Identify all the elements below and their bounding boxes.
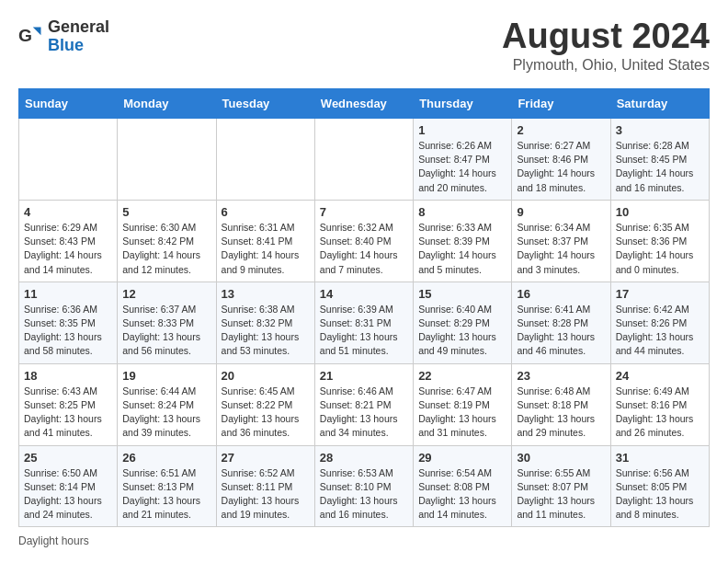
day-info: Sunrise: 6:40 AM Sunset: 8:29 PM Dayligh… [418, 303, 506, 359]
calendar-cell: 12Sunrise: 6:37 AM Sunset: 8:33 PM Dayli… [118, 282, 216, 363]
calendar-cell: 22Sunrise: 6:47 AM Sunset: 8:19 PM Dayli… [414, 363, 512, 445]
calendar-cell: 15Sunrise: 6:40 AM Sunset: 8:29 PM Dayli… [414, 282, 512, 363]
day-info: Sunrise: 6:48 AM Sunset: 8:18 PM Dayligh… [517, 385, 605, 441]
calendar-cell: 29Sunrise: 6:54 AM Sunset: 8:08 PM Dayli… [414, 445, 512, 527]
calendar-cell: 28Sunrise: 6:53 AM Sunset: 8:10 PM Dayli… [314, 445, 413, 527]
day-number: 13 [222, 287, 310, 301]
week-row-1: 1Sunrise: 6:26 AM Sunset: 8:47 PM Daylig… [19, 119, 710, 201]
day-number: 29 [418, 451, 506, 465]
calendar-cell: 3Sunrise: 6:28 AM Sunset: 8:45 PM Daylig… [610, 119, 709, 201]
day-number: 8 [418, 205, 506, 219]
day-info: Sunrise: 6:33 AM Sunset: 8:39 PM Dayligh… [418, 221, 506, 277]
calendar-cell: 4Sunrise: 6:29 AM Sunset: 8:43 PM Daylig… [19, 200, 118, 282]
calendar-cell: 5Sunrise: 6:30 AM Sunset: 8:42 PM Daylig… [118, 200, 216, 282]
calendar-cell: 9Sunrise: 6:34 AM Sunset: 8:37 PM Daylig… [512, 200, 610, 282]
calendar-cell: 30Sunrise: 6:55 AM Sunset: 8:07 PM Dayli… [512, 445, 610, 527]
calendar-cell: 17Sunrise: 6:42 AM Sunset: 8:26 PM Dayli… [610, 282, 709, 363]
day-number: 2 [517, 123, 605, 137]
day-info: Sunrise: 6:42 AM Sunset: 8:26 PM Dayligh… [616, 303, 704, 359]
day-info: Sunrise: 6:27 AM Sunset: 8:46 PM Dayligh… [517, 139, 605, 195]
weekday-header-thursday: Thursday [414, 89, 512, 119]
calendar-cell: 8Sunrise: 6:33 AM Sunset: 8:39 PM Daylig… [414, 200, 512, 282]
calendar-cell: 1Sunrise: 6:26 AM Sunset: 8:47 PM Daylig… [414, 119, 512, 201]
calendar-cell: 27Sunrise: 6:52 AM Sunset: 8:11 PM Dayli… [216, 445, 314, 527]
calendar-cell [118, 119, 216, 201]
day-info: Sunrise: 6:52 AM Sunset: 8:11 PM Dayligh… [222, 466, 310, 523]
day-number: 27 [222, 451, 310, 465]
daylight-label: Daylight hours [18, 534, 89, 547]
day-number: 9 [517, 205, 605, 219]
day-number: 16 [517, 287, 605, 301]
calendar-cell [216, 119, 314, 201]
day-info: Sunrise: 6:49 AM Sunset: 8:16 PM Dayligh… [616, 385, 704, 441]
day-info: Sunrise: 6:43 AM Sunset: 8:25 PM Dayligh… [24, 385, 112, 441]
svg-marker-1 [33, 27, 41, 35]
day-info: Sunrise: 6:31 AM Sunset: 8:41 PM Dayligh… [222, 221, 310, 277]
day-number: 12 [122, 287, 210, 301]
weekday-header-tuesday: Tuesday [216, 89, 314, 119]
day-number: 11 [24, 287, 112, 301]
day-number: 28 [320, 451, 408, 465]
svg-text:G: G [18, 26, 32, 45]
day-info: Sunrise: 6:46 AM Sunset: 8:21 PM Dayligh… [320, 385, 408, 441]
day-info: Sunrise: 6:38 AM Sunset: 8:32 PM Dayligh… [222, 303, 310, 359]
calendar-cell: 26Sunrise: 6:51 AM Sunset: 8:13 PM Dayli… [118, 445, 216, 527]
day-number: 31 [616, 451, 704, 465]
day-number: 30 [517, 451, 605, 465]
weekday-header-row: SundayMondayTuesdayWednesdayThursdayFrid… [19, 89, 710, 119]
day-info: Sunrise: 6:37 AM Sunset: 8:33 PM Dayligh… [122, 303, 210, 359]
logo-icon: G [18, 24, 44, 50]
calendar-cell: 7Sunrise: 6:32 AM Sunset: 8:40 PM Daylig… [314, 200, 413, 282]
calendar-cell: 2Sunrise: 6:27 AM Sunset: 8:46 PM Daylig… [512, 119, 610, 201]
calendar-cell: 23Sunrise: 6:48 AM Sunset: 8:18 PM Dayli… [512, 363, 610, 445]
calendar-cell: 21Sunrise: 6:46 AM Sunset: 8:21 PM Dayli… [314, 363, 413, 445]
day-info: Sunrise: 6:34 AM Sunset: 8:37 PM Dayligh… [517, 221, 605, 277]
day-info: Sunrise: 6:29 AM Sunset: 8:43 PM Dayligh… [24, 221, 112, 277]
weekday-header-friday: Friday [512, 89, 610, 119]
calendar-cell: 24Sunrise: 6:49 AM Sunset: 8:16 PM Dayli… [610, 363, 709, 445]
calendar-table: SundayMondayTuesdayWednesdayThursdayFrid… [18, 88, 710, 527]
day-number: 15 [418, 287, 506, 301]
calendar-cell: 19Sunrise: 6:44 AM Sunset: 8:24 PM Dayli… [118, 363, 216, 445]
day-number: 14 [320, 287, 408, 301]
day-info: Sunrise: 6:35 AM Sunset: 8:36 PM Dayligh… [616, 221, 704, 277]
day-number: 1 [418, 123, 506, 137]
day-number: 6 [222, 205, 310, 219]
day-number: 23 [517, 369, 605, 383]
day-number: 7 [320, 205, 408, 219]
day-info: Sunrise: 6:41 AM Sunset: 8:28 PM Dayligh… [517, 303, 605, 359]
month-year-title: August 2024 [502, 18, 710, 53]
location-subtitle: Plymouth, Ohio, United States [502, 57, 710, 74]
day-number: 3 [616, 123, 704, 137]
calendar-cell: 10Sunrise: 6:35 AM Sunset: 8:36 PM Dayli… [610, 200, 709, 282]
weekday-header-wednesday: Wednesday [314, 89, 413, 119]
day-number: 26 [122, 451, 210, 465]
day-number: 19 [122, 369, 210, 383]
calendar-cell: 16Sunrise: 6:41 AM Sunset: 8:28 PM Dayli… [512, 282, 610, 363]
calendar-cell: 18Sunrise: 6:43 AM Sunset: 8:25 PM Dayli… [19, 363, 118, 445]
logo-general-text: General [48, 17, 109, 36]
logo: G General Blue [18, 18, 109, 55]
day-info: Sunrise: 6:54 AM Sunset: 8:08 PM Dayligh… [418, 466, 506, 523]
week-row-2: 4Sunrise: 6:29 AM Sunset: 8:43 PM Daylig… [19, 200, 710, 282]
day-number: 24 [616, 369, 704, 383]
calendar-cell: 31Sunrise: 6:56 AM Sunset: 8:05 PM Dayli… [610, 445, 709, 527]
calendar-cell: 6Sunrise: 6:31 AM Sunset: 8:41 PM Daylig… [216, 200, 314, 282]
calendar-cell: 13Sunrise: 6:38 AM Sunset: 8:32 PM Dayli… [216, 282, 314, 363]
week-row-3: 11Sunrise: 6:36 AM Sunset: 8:35 PM Dayli… [19, 282, 710, 363]
day-info: Sunrise: 6:53 AM Sunset: 8:10 PM Dayligh… [320, 466, 408, 523]
calendar-cell: 25Sunrise: 6:50 AM Sunset: 8:14 PM Dayli… [19, 445, 118, 527]
day-info: Sunrise: 6:28 AM Sunset: 8:45 PM Dayligh… [616, 139, 704, 195]
week-row-5: 25Sunrise: 6:50 AM Sunset: 8:14 PM Dayli… [19, 445, 710, 527]
day-number: 10 [616, 205, 704, 219]
footer: Daylight hours [18, 534, 710, 547]
day-info: Sunrise: 6:47 AM Sunset: 8:19 PM Dayligh… [418, 385, 506, 441]
day-number: 25 [24, 451, 112, 465]
calendar-cell: 11Sunrise: 6:36 AM Sunset: 8:35 PM Dayli… [19, 282, 118, 363]
calendar-cell [314, 119, 413, 201]
calendar-cell [19, 119, 118, 201]
day-info: Sunrise: 6:50 AM Sunset: 8:14 PM Dayligh… [24, 466, 112, 523]
weekday-header-saturday: Saturday [610, 89, 709, 119]
week-row-4: 18Sunrise: 6:43 AM Sunset: 8:25 PM Dayli… [19, 363, 710, 445]
calendar-cell: 14Sunrise: 6:39 AM Sunset: 8:31 PM Dayli… [314, 282, 413, 363]
